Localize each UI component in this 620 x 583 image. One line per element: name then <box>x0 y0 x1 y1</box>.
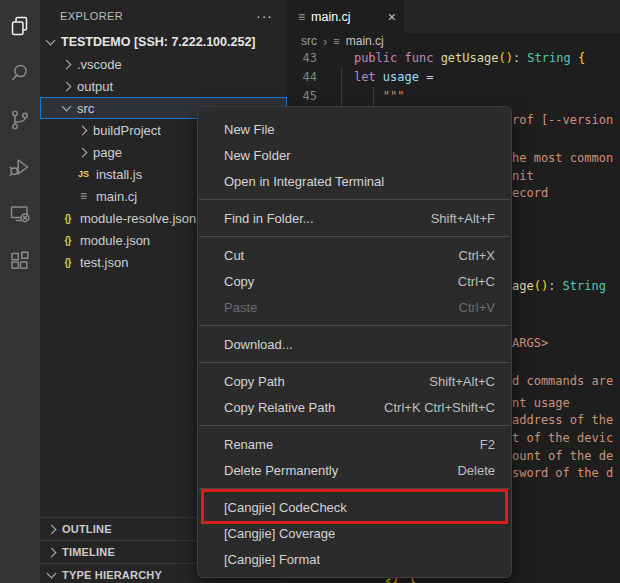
tab-label: main.cj <box>311 10 351 24</box>
menu-item-label: Copy Path <box>224 374 429 389</box>
menu-item-cangjie-coverage[interactable]: [Cangjie] Coverage <box>198 520 511 546</box>
remote-explorer-icon[interactable] <box>0 190 40 237</box>
menu-item-shortcut: Ctrl+V <box>459 300 495 315</box>
tree-item-label: .vscode <box>77 57 122 72</box>
tree-item-label: output <box>77 79 113 94</box>
menu-item-cut[interactable]: CutCtrl+X <box>198 242 511 268</box>
menu-item-label: Find in Folder... <box>224 211 431 226</box>
menu-item-label: New File <box>224 122 495 137</box>
menu-item-label: Cut <box>224 248 459 263</box>
tree-item-output[interactable]: output <box>40 75 287 97</box>
tree-item-label: main.cj <box>96 189 137 204</box>
indent-guide <box>373 87 374 106</box>
menu-item-cangjie-format[interactable]: [Cangjie] Format <box>198 546 511 572</box>
code-line: 45 """ <box>287 87 620 106</box>
close-icon[interactable]: × <box>388 9 396 25</box>
code-fragment: ount of the de <box>512 449 613 464</box>
code-fragment: ecord <box>512 186 548 201</box>
menu-item-rename[interactable]: RenameF2 <box>198 431 511 457</box>
code-fragment: ARGS> <box>512 336 548 351</box>
menu-item-new-file[interactable]: New File <box>198 116 511 142</box>
chevron-right-icon <box>78 125 88 135</box>
menu-item-cangjie-codecheck[interactable]: [Cangjie] CodeCheck <box>198 494 511 520</box>
menu-item-shortcut: F2 <box>480 437 495 452</box>
source-control-icon[interactable] <box>0 96 40 143</box>
menu-item-label: [Cangjie] CodeCheck <box>224 500 495 515</box>
code-fragment: nt usage <box>512 396 570 411</box>
menu-item-download...[interactable]: Download... <box>198 331 511 357</box>
line-number: 43 <box>287 49 317 68</box>
breadcrumb-file[interactable]: main.cj <box>346 34 384 48</box>
tab-bar: ≡ main.cj × <box>287 0 620 33</box>
code-fragment: sword of the d <box>512 466 613 481</box>
menu-item-shortcut: Shift+Alt+C <box>429 374 495 389</box>
tree-item-testdemo-ssh-7.222.100.252[interactable]: TESTDEMO [SSH: 7.222.100.252] <box>40 31 287 53</box>
run-debug-icon[interactable] <box>0 143 40 190</box>
code-fragment: address of the <box>512 413 613 428</box>
extensions-icon[interactable] <box>0 237 40 284</box>
tree-item-label: module-resolve.json <box>80 211 196 226</box>
menu-item-label: [Cangjie] Coverage <box>224 526 495 541</box>
code-fragment: age(): String <box>512 279 606 294</box>
js-file-icon: JS <box>76 169 91 179</box>
menu-item-label: Copy <box>224 274 458 289</box>
chevron-right-icon <box>62 81 72 91</box>
search-icon[interactable] <box>0 49 40 96</box>
breadcrumb: src › ≡ main.cj <box>287 33 620 49</box>
more-actions-icon[interactable]: ··· <box>256 8 273 24</box>
menu-item-copy-path[interactable]: Copy PathShift+Alt+C <box>198 368 511 394</box>
tree-item-.vscode[interactable]: .vscode <box>40 53 287 75</box>
menu-separator <box>199 325 510 326</box>
code-lines: 43 public func getUsage(): String {44 le… <box>287 49 620 106</box>
tab-main-cj[interactable]: ≡ main.cj × <box>287 0 404 33</box>
panel-label: TIMELINE <box>62 546 115 558</box>
json-file-icon: {} <box>60 235 75 246</box>
json-file-icon: {} <box>60 257 75 268</box>
indent-guide <box>341 68 342 106</box>
cj-file-icon: ≡ <box>333 35 339 47</box>
menu-item-copy[interactable]: CopyCtrl+C <box>198 268 511 294</box>
menu-item-shortcut: Ctrl+K Ctrl+Shift+C <box>384 400 495 415</box>
sidebar-header: EXPLORER ··· <box>40 0 287 31</box>
code-fragment: he most common <box>512 151 613 166</box>
cj-file-icon: ≡ <box>298 10 305 24</box>
menu-item-shortcut: Ctrl+C <box>458 274 495 289</box>
chevron-down-icon <box>46 36 56 46</box>
menu-item-find-in-folder...[interactable]: Find in Folder...Shift+Alt+F <box>198 205 511 231</box>
line-number: 45 <box>287 87 317 106</box>
code-line: 44 let usage = <box>287 68 620 87</box>
menu-item-delete-permanently[interactable]: Delete PermanentlyDelete <box>198 457 511 483</box>
menu-item-label: Delete Permanently <box>224 463 457 478</box>
menu-item-copy-relative-path[interactable]: Copy Relative PathCtrl+K Ctrl+Shift+C <box>198 394 511 420</box>
sidebar-title: EXPLORER <box>60 10 256 22</box>
menu-separator <box>199 236 510 237</box>
menu-item-paste: PasteCtrl+V <box>198 294 511 320</box>
code-fragment: nit <box>512 169 534 184</box>
menu-separator <box>199 488 510 489</box>
chevron-right-icon <box>78 147 88 157</box>
menu-item-shortcut: Ctrl+X <box>459 248 495 263</box>
tree-item-label: module.json <box>80 233 150 248</box>
menu-item-new-folder[interactable]: New Folder <box>198 142 511 168</box>
menu-separator <box>199 362 510 363</box>
panel-label: OUTLINE <box>62 523 112 535</box>
menu-item-open-in-integrated-terminal[interactable]: Open in Integrated Terminal <box>198 168 511 194</box>
menu-item-label: Rename <box>224 437 480 452</box>
tree-item-label: page <box>93 145 122 160</box>
tree-item-label: buildProject <box>93 123 161 138</box>
code-fragment: t of the devic <box>512 431 613 446</box>
menu-item-label: Copy Relative Path <box>224 400 384 415</box>
menu-item-shortcut: Shift+Alt+F <box>431 211 495 226</box>
menu-separator <box>199 199 510 200</box>
menu-item-label: Open in Integrated Terminal <box>224 174 495 189</box>
chevron-right-icon: › <box>323 34 327 49</box>
vscode-window: { "icon_glyphs": { "js": "JS", "json": "… <box>0 0 620 583</box>
tree-item-label: test.json <box>80 255 128 270</box>
breadcrumb-folder[interactable]: src <box>301 34 317 48</box>
menu-item-label: [Cangjie] Format <box>224 552 495 567</box>
chevron-right-icon <box>62 59 72 69</box>
code-fragment: d commands are <box>512 374 613 389</box>
chevron-down-icon <box>47 569 57 579</box>
panel-label: TYPE HIERARCHY <box>62 569 162 581</box>
explorer-icon[interactable] <box>0 2 40 49</box>
